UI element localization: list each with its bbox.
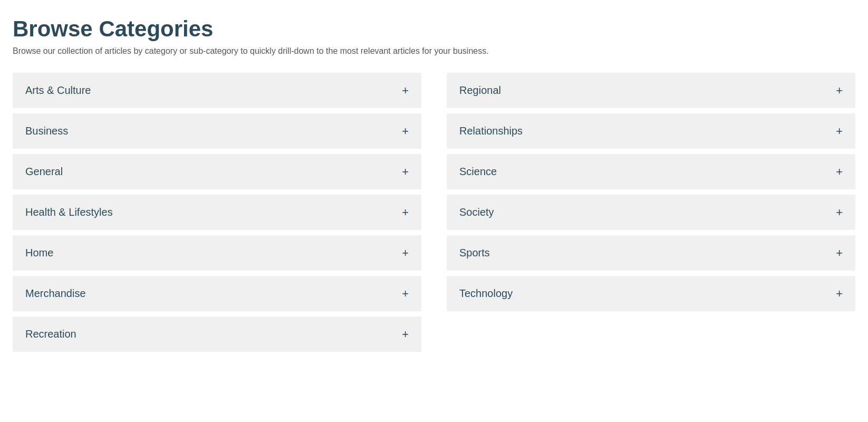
category-item-society[interactable]: Society+ (447, 195, 855, 230)
category-label-regional: Regional (459, 84, 501, 97)
expand-icon-sports: + (836, 247, 843, 259)
expand-icon-business: + (402, 126, 409, 137)
category-item-home[interactable]: Home+ (13, 235, 421, 271)
category-item-sports[interactable]: Sports+ (447, 235, 855, 271)
category-item-recreation[interactable]: Recreation+ (13, 316, 421, 352)
category-label-merchandise: Merchandise (25, 287, 86, 300)
expand-icon-health-lifestyles: + (402, 207, 409, 218)
expand-icon-arts-culture: + (402, 85, 409, 97)
expand-icon-general: + (402, 166, 409, 178)
category-item-relationships[interactable]: Relationships+ (447, 113, 855, 149)
category-label-general: General (25, 166, 63, 178)
category-item-science[interactable]: Science+ (447, 154, 855, 189)
category-label-technology: Technology (459, 287, 513, 300)
expand-icon-society: + (836, 207, 843, 218)
expand-icon-science: + (836, 166, 843, 178)
category-label-sports: Sports (459, 247, 490, 259)
categories-grid: Arts & Culture+Business+General+Health &… (13, 73, 855, 357)
page-title: Browse Categories (13, 17, 855, 41)
category-item-general[interactable]: General+ (13, 154, 421, 189)
category-label-recreation: Recreation (25, 328, 76, 340)
left-column: Arts & Culture+Business+General+Health &… (13, 73, 421, 357)
category-label-home: Home (25, 247, 53, 259)
category-item-health-lifestyles[interactable]: Health & Lifestyles+ (13, 195, 421, 230)
category-item-technology[interactable]: Technology+ (447, 276, 855, 311)
expand-icon-relationships: + (836, 126, 843, 137)
category-item-business[interactable]: Business+ (13, 113, 421, 149)
right-column: Regional+Relationships+Science+Society+S… (447, 73, 855, 357)
category-label-business: Business (25, 125, 68, 137)
category-label-society: Society (459, 206, 494, 218)
category-label-science: Science (459, 166, 497, 178)
category-item-regional[interactable]: Regional+ (447, 73, 855, 108)
category-label-arts-culture: Arts & Culture (25, 84, 91, 97)
expand-icon-home: + (402, 247, 409, 259)
expand-icon-merchandise: + (402, 288, 409, 300)
category-label-relationships: Relationships (459, 125, 523, 137)
category-item-merchandise[interactable]: Merchandise+ (13, 276, 421, 311)
page-subtitle: Browse our collection of articles by cat… (13, 46, 855, 56)
category-label-health-lifestyles: Health & Lifestyles (25, 206, 113, 218)
category-item-arts-culture[interactable]: Arts & Culture+ (13, 73, 421, 108)
expand-icon-regional: + (836, 85, 843, 97)
expand-icon-recreation: + (402, 329, 409, 340)
expand-icon-technology: + (836, 288, 843, 300)
